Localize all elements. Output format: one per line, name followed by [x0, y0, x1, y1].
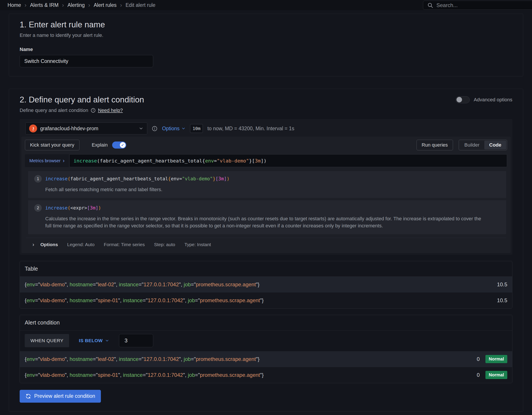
breadcrumb-alerting[interactable]: Alerting: [67, 2, 85, 8]
options-legend: Legend: Auto: [67, 242, 95, 247]
explain-description-1: Fetch all series matching metric name an…: [45, 186, 482, 193]
alert-rule-name-input[interactable]: Switch Connectivity: [20, 55, 153, 67]
alert-rule-name-value: Switch Connectivity: [24, 58, 68, 64]
query-editor-area: Kick start your query Explain ✓ Run quer…: [21, 137, 511, 253]
step2-title: 2. Define query and alert condition: [20, 95, 144, 104]
kick-start-query-button[interactable]: Kick start your query: [25, 140, 79, 150]
explain-code-2: increase(<expr>[3m]): [45, 205, 101, 211]
series-labels: {env="vlab-demo", hostname="leaf-02", in…: [25, 282, 260, 288]
options-row-label: Options: [40, 242, 58, 247]
builder-code-switch: Builder Code: [459, 140, 507, 150]
series-value: 10.5: [497, 282, 507, 288]
explain-code-1: increase(fabric_agent_agent_heartbeats_t…: [45, 176, 229, 181]
breadcrumb-separator-icon: ›: [25, 2, 27, 8]
options-type: Type: Instant: [184, 242, 211, 247]
time-range-badge: 10m: [190, 124, 203, 133]
options-step: Step: auto: [154, 242, 175, 247]
metrics-browser-button[interactable]: Metrics browser ›: [25, 154, 69, 167]
state-badge-normal: Normal: [485, 355, 507, 363]
step-number-badge: 2: [34, 204, 42, 212]
run-queries-button[interactable]: Run queries: [417, 140, 453, 150]
search-input[interactable]: Search...: [423, 1, 532, 10]
breadcrumb-current-page: Edit alert rule: [126, 2, 156, 8]
step1-panel: 1. Enter alert rule name Enter a name to…: [9, 14, 523, 76]
help-circle-icon: ?: [91, 108, 96, 113]
chevron-right-icon: ›: [32, 242, 34, 248]
table-card-title: Table: [20, 261, 512, 277]
alert-condition-row: WHEN QUERY IS BELOW 3: [20, 330, 512, 351]
metrics-browser-label: Metrics browser: [29, 158, 60, 163]
query-options-row[interactable]: › Options Legend: Auto Format: Time seri…: [26, 238, 506, 251]
options-format: Format: Time series: [104, 242, 145, 247]
step1-subtitle: Enter a name to identify your alert rule…: [20, 32, 512, 38]
breadcrumb-separator-icon: ›: [62, 2, 64, 8]
step2-panel: 2. Define query and alert condition Adva…: [9, 89, 523, 412]
series-value: 0: [477, 372, 480, 378]
code-mode-option[interactable]: Code: [484, 141, 506, 150]
prometheus-icon: [29, 124, 37, 132]
time-range-summary: to now, MD = 43200, Min. Interval = 1s: [207, 126, 294, 132]
info-circle-icon: [152, 126, 158, 132]
series-value: 0: [477, 356, 480, 362]
preview-button-label: Preview alert rule condition: [34, 393, 95, 399]
top-navbar: Home › Alerts & IRM › Alerting › Alert r…: [0, 0, 532, 10]
step-number-badge: 1: [34, 175, 42, 183]
explain-item-1: 1 increase(fabric_agent_agent_heartbeats…: [28, 171, 506, 198]
step2-subtitle: Define query and alert condition: [20, 107, 88, 113]
state-badge-normal: Normal: [485, 371, 507, 379]
preview-alert-rule-button[interactable]: Preview alert rule condition: [20, 390, 101, 403]
condition-operator-value: IS BELOW: [79, 338, 103, 343]
name-field-label: Name: [20, 47, 512, 52]
condition-operator-select[interactable]: IS BELOW: [79, 338, 109, 343]
threshold-value: 3: [124, 338, 127, 344]
chevron-right-icon: ›: [63, 158, 65, 163]
breadcrumb: Home › Alerts & IRM › Alerting › Alert r…: [0, 2, 155, 8]
datasource-name: grafanacloud-hhdev-prom: [40, 126, 135, 132]
alert-condition-card: Alert condition WHEN QUERY IS BELOW 3 {e…: [20, 315, 512, 383]
search-placeholder: Search...: [437, 2, 458, 8]
promql-query-input[interactable]: increase(fabric_agent_agent_heartbeats_t…: [69, 154, 507, 167]
series-labels: {env="vlab-demo", hostname="spine-01", i…: [25, 372, 264, 378]
breadcrumb-separator-icon: ›: [120, 2, 122, 8]
advanced-options-label: Advanced options: [474, 97, 512, 103]
search-icon: [427, 2, 433, 8]
datasource-picker[interactable]: grafanacloud-hhdev-prom: [25, 123, 147, 134]
breadcrumb-alerts-irm[interactable]: Alerts & IRM: [30, 2, 58, 8]
chevron-down-icon: [139, 126, 143, 131]
breadcrumb-alert-rules[interactable]: Alert rules: [94, 2, 116, 8]
series-value: 10.5: [497, 297, 507, 303]
refresh-icon: [25, 393, 31, 399]
when-query-chip: WHEN QUERY: [25, 334, 69, 347]
table-row: {env="vlab-demo", hostname="leaf-02", in…: [20, 277, 512, 292]
need-help-link[interactable]: Need help?: [98, 107, 123, 113]
step1-title: 1. Enter alert rule name: [20, 20, 512, 29]
check-icon: ✓: [120, 142, 126, 148]
series-labels: {env="vlab-demo", hostname="leaf-02", in…: [25, 356, 260, 362]
table-row: {env="vlab-demo", hostname="spine-01", i…: [20, 292, 512, 308]
query-editor-card: grafanacloud-hhdev-prom Options 10m to n…: [20, 119, 512, 255]
breadcrumb-separator-icon: ›: [88, 2, 90, 8]
breadcrumb-home[interactable]: Home: [8, 2, 21, 8]
explain-description-2: Calculates the increase in the time seri…: [45, 215, 482, 229]
alert-result-row: {env="vlab-demo", hostname="leaf-02", in…: [20, 351, 512, 367]
page-content: 1. Enter alert rule name Enter a name to…: [0, 10, 532, 412]
svg-text:?: ?: [92, 109, 94, 112]
alert-result-row: {env="vlab-demo", hostname="spine-01", i…: [20, 367, 512, 383]
explain-label: Explain: [92, 142, 108, 148]
toggle-knob: [456, 97, 462, 103]
alert-condition-title: Alert condition: [20, 315, 512, 330]
query-options-expander[interactable]: Options: [162, 126, 186, 132]
threshold-input[interactable]: 3: [119, 334, 153, 347]
table-card: Table {env="vlab-demo", hostname="leaf-0…: [20, 261, 512, 309]
builder-mode-option[interactable]: Builder: [460, 141, 484, 150]
advanced-options-toggle[interactable]: [456, 96, 470, 103]
explain-toggle[interactable]: ✓: [112, 141, 126, 149]
query-options-label: Options: [162, 126, 180, 132]
explain-item-2: 2 increase(<expr>[3m]) Calculates the in…: [28, 200, 506, 234]
series-labels: {env="vlab-demo", hostname="spine-01", i…: [25, 297, 264, 303]
